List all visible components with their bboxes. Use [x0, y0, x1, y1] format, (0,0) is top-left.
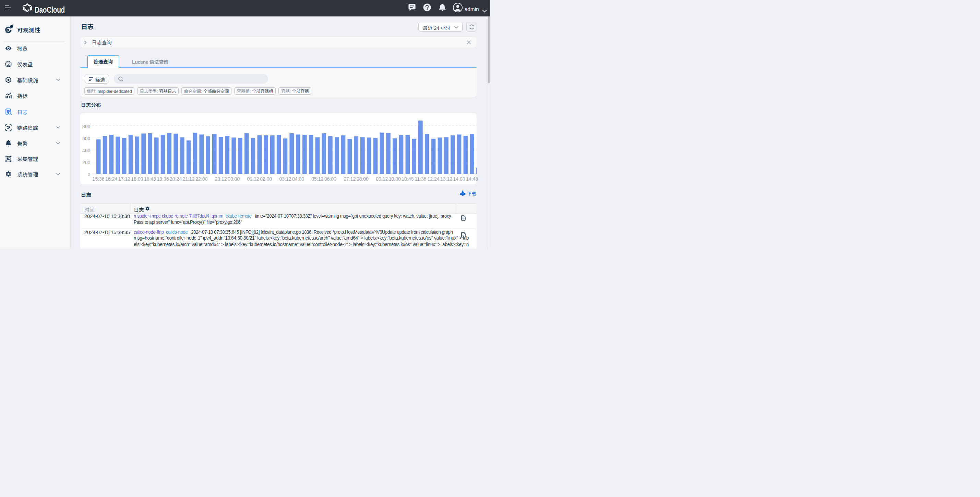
- svg-text:23:12: 23:12: [215, 175, 227, 182]
- svg-text:11:36: 11:36: [415, 175, 426, 182]
- svg-text:09:12: 09:12: [376, 175, 388, 182]
- svg-text:12:24: 12:24: [427, 175, 439, 182]
- svg-text:13:12: 13:12: [440, 175, 452, 182]
- svg-text:10:00: 10:00: [389, 175, 401, 182]
- svg-text:16:24: 16:24: [105, 175, 117, 182]
- svg-text:600: 600: [82, 135, 91, 141]
- svg-text:400: 400: [82, 147, 91, 154]
- svg-text:08:00: 08:00: [356, 175, 369, 182]
- svg-text:07:12: 07:12: [344, 175, 356, 182]
- svg-text:15:36: 15:36: [92, 175, 105, 182]
- svg-text:04:00: 04:00: [292, 175, 304, 182]
- svg-text:14:00: 14:00: [453, 175, 465, 182]
- svg-text:03:12: 03:12: [279, 175, 291, 182]
- svg-text:18:00: 18:00: [131, 175, 143, 182]
- svg-text:21:12: 21:12: [183, 175, 195, 182]
- svg-text:18:48: 18:48: [144, 175, 156, 182]
- svg-text:19:36: 19:36: [157, 175, 169, 182]
- svg-text:14:48: 14:48: [466, 175, 478, 182]
- svg-text:20:24: 20:24: [170, 175, 182, 182]
- svg-text:22:00: 22:00: [196, 175, 207, 182]
- svg-text:10:48: 10:48: [401, 175, 414, 182]
- svg-text:00:00: 00:00: [228, 175, 240, 182]
- svg-text:02:00: 02:00: [260, 175, 272, 182]
- svg-text:17:12: 17:12: [118, 175, 130, 182]
- svg-text:800: 800: [82, 123, 91, 130]
- svg-text:01:12: 01:12: [247, 175, 259, 182]
- svg-text:05:12: 05:12: [311, 175, 323, 182]
- svg-text:200: 200: [82, 159, 91, 165]
- svg-text:0: 0: [88, 171, 90, 178]
- svg-text:06:00: 06:00: [325, 175, 336, 182]
